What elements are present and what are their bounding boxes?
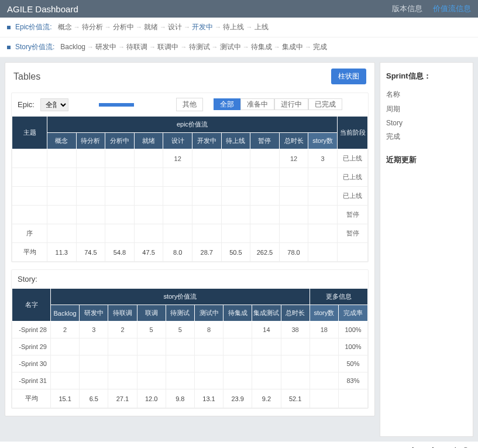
cell: 52.1: [281, 389, 310, 408]
cell: [194, 372, 223, 389]
cell: [223, 372, 252, 389]
cell: [166, 355, 194, 372]
epic-filter-tab[interactable]: 进行中: [274, 98, 308, 110]
cell: [250, 224, 280, 243]
cell: 54.8: [105, 243, 135, 262]
cell: [47, 206, 77, 224]
cell: [221, 168, 250, 187]
table-row[interactable]: -Sprint 3183%: [12, 372, 368, 389]
th-col: 测试中: [194, 305, 223, 322]
flow-step[interactable]: 完成: [313, 43, 327, 51]
flow-step[interactable]: 上线: [255, 23, 269, 31]
flow-step[interactable]: 待联调: [126, 43, 147, 51]
flow-step[interactable]: 测试中: [220, 43, 241, 51]
table-row[interactable]: -Sprint 29100%: [12, 338, 368, 355]
cell: [192, 206, 221, 224]
epic-blue-bar: [99, 103, 134, 107]
cell: 262.5: [250, 243, 280, 262]
th-col: 集成测试: [252, 305, 281, 322]
table-row[interactable]: -Sprint 28232558143818100%: [12, 322, 368, 338]
cell-name: [12, 206, 47, 224]
chart-button[interactable]: 柱状图: [331, 69, 366, 84]
cell: 2: [108, 322, 137, 338]
cell: [108, 338, 137, 355]
table-row[interactable]: 已上线: [12, 187, 368, 206]
cell: [105, 168, 135, 187]
epic-other-tab[interactable]: 其他: [176, 98, 203, 111]
arrow-icon: →: [103, 23, 113, 30]
table-row[interactable]: 暂停: [12, 206, 368, 224]
epic-filter-tab[interactable]: 准备中: [240, 98, 274, 110]
epic-filter-row: Epic: 全部 其他 全部准备中进行中已完成: [12, 97, 368, 116]
cell: [194, 355, 223, 372]
cell: [223, 322, 252, 338]
cell: 15.1: [51, 389, 80, 408]
cell: [252, 338, 281, 355]
cell: [166, 338, 194, 355]
arrow-icon: →: [303, 43, 313, 50]
th-col: 联调: [137, 305, 166, 322]
cell: 28.7: [192, 243, 221, 262]
cell: [108, 372, 137, 389]
cell: [308, 206, 338, 224]
flow-step[interactable]: 分析中: [113, 23, 134, 31]
cell: [192, 149, 221, 168]
cell: 27.1: [108, 389, 137, 408]
flow-step[interactable]: 开发中: [192, 23, 213, 31]
epic-filter-tab[interactable]: 全部: [214, 98, 240, 110]
cell: 2: [51, 322, 80, 338]
cell: [137, 338, 166, 355]
table-row[interactable]: -Sprint 3050%: [12, 355, 368, 372]
recent-updates-title: 近期更新: [386, 155, 467, 165]
cell: [223, 355, 252, 372]
cell: [221, 149, 250, 168]
flow-step[interactable]: 概念: [58, 23, 72, 31]
link-valueflow[interactable]: 价值流信息: [433, 4, 471, 14]
flow-step[interactable]: 集成中: [282, 43, 303, 51]
sidebar-item: Story: [386, 117, 467, 129]
cell: [310, 389, 338, 408]
th-theme: 主题: [12, 117, 47, 149]
cell: 23.9: [223, 389, 252, 408]
th-col: 概念: [47, 133, 77, 149]
cell-name: -Sprint 29: [12, 338, 51, 355]
tables-panel: Tables 柱状图 Epic: 全部 其他 全部准备中进行中已完成: [5, 62, 375, 416]
flow-step[interactable]: 待集成: [251, 43, 272, 51]
th-col: 总时长: [281, 305, 310, 322]
table-row[interactable]: 序暂停: [12, 224, 368, 243]
link-version[interactable]: 版本信息: [392, 4, 422, 14]
app-header: AGILE Dashboard 版本信息 价值流信息: [0, 0, 478, 18]
flow-step[interactable]: 待测试: [189, 43, 210, 51]
flow-step[interactable]: 联调中: [157, 43, 178, 51]
cell: [310, 372, 338, 389]
flow-step[interactable]: 设计: [168, 23, 182, 31]
cell: [76, 187, 105, 206]
table-row[interactable]: 已上线: [12, 168, 368, 187]
arrow-icon: →: [178, 43, 188, 50]
th-col: 研发中: [80, 305, 108, 322]
cell: 5: [166, 322, 194, 338]
flow-step[interactable]: 待上线: [223, 23, 244, 31]
th-col: 暂停: [250, 133, 280, 149]
table-row[interactable]: 12123已上线: [12, 149, 368, 168]
flow-step[interactable]: 待分析: [82, 23, 103, 31]
arrow-icon: →: [182, 23, 192, 30]
cell: 8.0: [163, 243, 192, 262]
flow-step[interactable]: Backlog: [60, 43, 85, 51]
cell-name: -Sprint 31: [12, 372, 51, 389]
epic-filter-tab[interactable]: 已完成: [308, 98, 342, 110]
flow-step[interactable]: 研发中: [95, 43, 116, 51]
epic-sub-panel: Epic: 全部 其他 全部准备中进行中已完成: [11, 93, 369, 262]
flow-step[interactable]: 就绪: [144, 23, 158, 31]
cell: [252, 372, 281, 389]
cell: [310, 355, 338, 372]
cell: [166, 372, 194, 389]
cell: [194, 338, 223, 355]
epic-select[interactable]: 全部: [40, 98, 68, 111]
cell: 8: [194, 322, 223, 338]
cell-state: 已上线: [338, 149, 368, 168]
cell-name: -Sprint 30: [12, 355, 51, 372]
cell: [108, 355, 137, 372]
cell: [339, 389, 368, 408]
cell: 9.8: [166, 389, 194, 408]
